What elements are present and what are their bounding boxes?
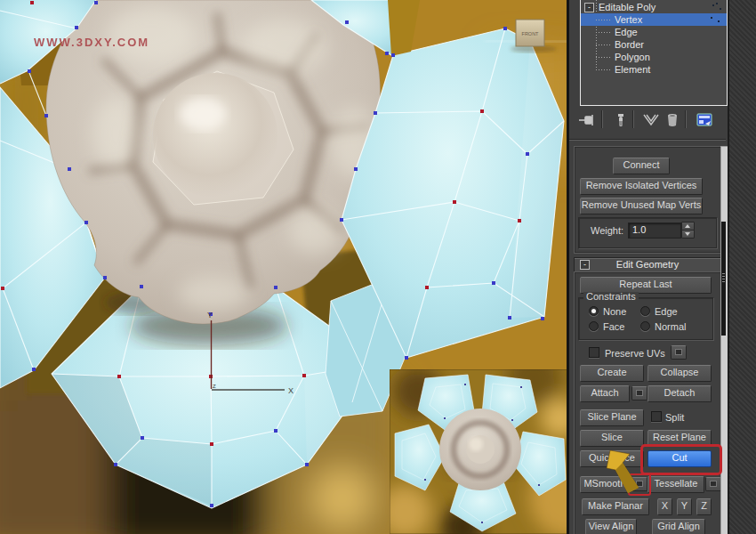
planar-y-button[interactable]: Y [677,498,692,515]
scrollbar-grip [722,273,725,282]
stack-item-edge[interactable]: Edge [581,26,727,38]
arrow-annotation [603,443,642,495]
weight-label: Weight: [591,225,623,236]
stack-toolbar [569,109,726,134]
axis-x-label: X [288,386,294,395]
detach-button[interactable]: Detach [647,385,712,402]
panel-right-strip [728,0,756,534]
constraint-face-radio[interactable] [589,321,599,331]
3ds-max-screenshot: Y X Z WWW.3DXY.COM FRONT [0,0,756,534]
constraint-normal-radio[interactable] [640,321,650,331]
preserve-uvs-label[interactable]: Preserve UVs [605,348,665,359]
slice-plane-button[interactable]: Slice Plane [580,409,644,426]
constraint-none-radio[interactable] [589,306,599,316]
view-align-button[interactable]: View Align [585,519,637,534]
preserve-uvs-checkbox[interactable] [589,347,599,358]
constraint-edge-label[interactable]: Edge [655,306,678,317]
planar-x-button[interactable]: X [657,498,672,515]
watermark: WWW.3DXY.COM [34,36,149,49]
tessellate-button[interactable]: Tessellate [647,476,704,493]
tree-dash [596,57,612,58]
viewport-render: Y X Z WWW.3DXY.COM FRONT [0,0,569,534]
stack-item-polygon[interactable]: Polygon [581,51,727,63]
constraint-edge-radio[interactable] [640,306,650,316]
attach-settings-button[interactable] [631,386,647,400]
split-checkbox[interactable] [651,411,662,422]
cut-button[interactable]: Cut [647,450,712,467]
remove-modifier-icon[interactable] [664,111,681,131]
collapse-button[interactable]: Collapse [647,365,712,382]
stack-glint [711,17,712,19]
make-planar-button[interactable]: Make Planar [582,498,649,515]
scrollbar-thumb[interactable] [721,222,726,336]
remove-isolated-vertices-button[interactable]: Remove Isolated Vertices [580,178,703,195]
constraint-none-label[interactable]: None [603,306,626,317]
spinner-down-icon[interactable] [681,230,695,239]
tree-dash [596,69,612,70]
pin-stack-icon[interactable] [578,111,596,131]
preserve-uvs-settings-button[interactable] [671,345,687,360]
planar-z-button[interactable]: Z [696,498,712,515]
toolbar-separator [601,110,602,128]
constraints-group [578,297,713,340]
constraints-label: Constraints [583,292,639,302]
command-panel: - Editable Poly Vertex Edge Border Polyg… [569,0,756,534]
constraint-normal-label[interactable]: Normal [655,321,686,332]
split-label[interactable]: Split [665,412,684,423]
constraint-face-label[interactable]: Face [603,321,624,332]
tree-dash [596,20,612,20]
viewport-3d[interactable]: Y X Z WWW.3DXY.COM FRONT [0,0,569,534]
stack-item-border[interactable]: Border [581,38,727,51]
weight-field[interactable]: 1.0 [628,222,681,239]
reset-plane-button[interactable]: Reset Plane [647,430,712,447]
axis-y-label: Y [207,311,213,320]
remove-unused-map-verts-button[interactable]: Remove Unused Map Verts [580,198,703,214]
connect-button[interactable]: Connect [613,158,670,174]
modifier-stack: - Editable Poly Vertex Edge Border Polyg… [580,0,728,106]
stack-item-element[interactable]: Element [581,63,727,76]
view-cube-label: FRONT [522,31,540,36]
grid-align-button[interactable]: Grid Align [652,519,705,534]
tessellate-settings-button[interactable] [705,477,721,491]
tree-dash [596,32,612,33]
stack-glint [712,4,714,6]
panel-divider [569,139,726,141]
toolbar-separator [632,110,633,128]
edit-geometry-header[interactable]: - Edit Geometry [574,257,721,272]
collapse-icon[interactable]: - [584,3,594,12]
tree-dash [596,44,612,45]
weight-spinner[interactable] [681,222,693,238]
axis-z-label: Z [213,384,216,389]
stack-item-vertex[interactable]: Vertex [581,13,727,26]
attach-button[interactable]: Attach [580,385,630,402]
make-unique-icon[interactable] [642,111,662,131]
show-end-result-icon[interactable] [612,111,630,131]
configure-modifier-sets-icon[interactable] [696,111,715,131]
create-button[interactable]: Create [580,365,644,382]
toolbar-separator [685,110,686,128]
reference-inset [378,352,569,534]
stack-item-editable-poly[interactable]: - Editable Poly [581,1,727,13]
collapse-icon[interactable]: - [580,260,590,270]
